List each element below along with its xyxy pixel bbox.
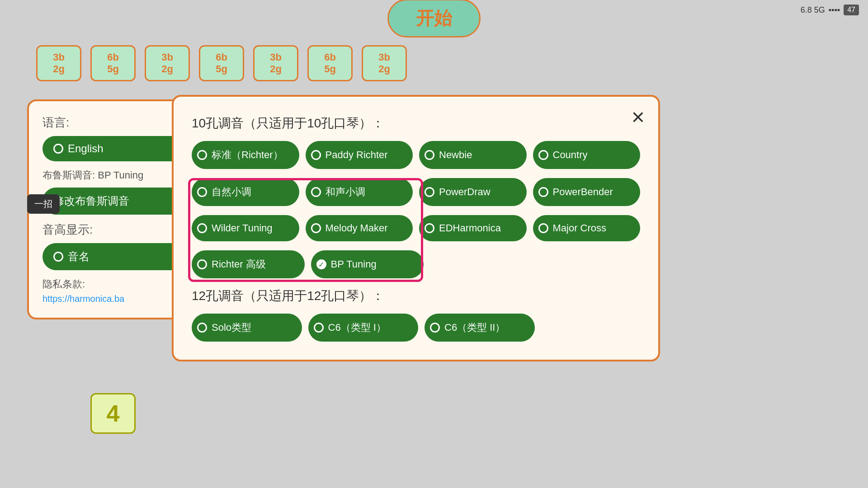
status-bar: 6.8 5G ▪▪▪▪ 47: [801, 5, 859, 15]
tuning-options-row1: 标准（Richter） Paddy Richter Newbie Country: [192, 141, 640, 169]
section1-title: 10孔调音（只适用于10孔口琴）：: [192, 115, 640, 132]
tuning-richter-advanced-button[interactable]: Richter 高级: [192, 250, 305, 278]
note-tile-6: 6b 5g: [307, 45, 353, 81]
note-tile-2: 6b 5g: [90, 45, 136, 81]
note-tile-5: 3b 2g: [253, 45, 298, 81]
radio-solo-icon: [197, 323, 207, 333]
tuning-harmonic-minor-label: 和声小调: [326, 185, 365, 199]
tuning-12-options: Solo类型 C6（类型 I） C6（类型 II）: [192, 314, 640, 342]
tuning-edharmonica-label: EDHarmonica: [439, 222, 501, 234]
language-label: 语言:: [42, 115, 193, 131]
tuning-options-row4: Richter 高级 ✓ BP Tuning: [192, 250, 640, 278]
modify-bp-tuning-button[interactable]: 修改布鲁斯调音: [42, 188, 193, 215]
radio-c6-type1-icon: [314, 323, 324, 333]
radio-harmonic-icon: [311, 187, 321, 197]
tuning-options-row3: Wilder Tuning Melody Maker EDHarmonica M…: [192, 215, 640, 241]
check-bp-icon: ✓: [316, 259, 326, 269]
radio-major-cross-icon: [538, 223, 548, 233]
radio-newbie-icon: [425, 150, 434, 160]
tuning-newbie-button[interactable]: Newbie: [419, 141, 527, 169]
note-tile-1: 3b 2g: [36, 45, 81, 81]
tuning-c6-type1-button[interactable]: C6（类型 I）: [308, 314, 419, 342]
section2-title: 12孔调音（只适用于12孔口琴）：: [192, 287, 640, 305]
tuning-powerbender-label: PowerBender: [553, 186, 613, 198]
tuning-c6-type1-label: C6（类型 I）: [328, 321, 386, 334]
tuning-richter-button[interactable]: 标准（Richter）: [192, 141, 299, 169]
privacy-label: 隐私条款:: [42, 277, 193, 291]
note-tile-7: 3b 2g: [362, 45, 407, 81]
radio-wilder-icon: [197, 223, 207, 233]
tuning-c6-type2-label: C6（类型 II）: [444, 321, 505, 334]
radio-natural-icon: [197, 187, 207, 197]
tuning-melody-maker-button[interactable]: Melody Maker: [306, 215, 413, 241]
main-dialog: × 10孔调音（只适用于10孔口琴）： 标准（Richter） Paddy Ri…: [172, 95, 660, 361]
radio-richter-icon: [197, 150, 207, 160]
radio-country-icon: [538, 150, 548, 160]
dark-tab-label: 一招: [27, 194, 60, 214]
radio-paddy-icon: [311, 150, 321, 160]
pitch-option-label: 音名: [68, 249, 90, 264]
privacy-link[interactable]: https://harmonica.ba: [42, 294, 193, 304]
tuning-solo-button[interactable]: Solo类型: [192, 314, 302, 342]
tuning-paddy-label: Paddy Richter: [326, 149, 388, 161]
tuning-newbie-label: Newbie: [439, 149, 472, 161]
tuning-major-cross-label: Major Cross: [553, 222, 607, 234]
tuning-natural-minor-label: 自然小调: [212, 185, 251, 199]
signal-bars-icon: ▪▪▪▪: [829, 5, 840, 15]
language-english-button[interactable]: English: [42, 136, 193, 161]
tuning-paddy-button[interactable]: Paddy Richter: [306, 141, 413, 169]
note-tile-4: 6b 5g: [199, 45, 244, 81]
tuning-edharmonica-button[interactable]: EDHarmonica: [419, 215, 527, 241]
tuning-wilder-button[interactable]: Wilder Tuning: [192, 215, 299, 241]
tuning-bp-tuning-button[interactable]: ✓ BP Tuning: [311, 250, 424, 278]
tuning-wilder-label: Wilder Tuning: [212, 222, 273, 234]
bp-tuning-label: 布鲁斯调音: BP Tuning: [42, 169, 193, 182]
radio-powerdraw-icon: [425, 187, 434, 197]
start-button[interactable]: 开始: [387, 0, 481, 38]
radio-powerbender-icon: [538, 187, 548, 197]
tuning-solo-label: Solo类型: [212, 321, 251, 334]
tuning-harmonic-minor-button[interactable]: 和声小调: [306, 178, 413, 206]
battery-icon: 47: [844, 5, 859, 15]
radio-c6-type2-icon: [430, 323, 440, 333]
tuning-country-button[interactable]: Country: [533, 141, 641, 169]
signal-text: 6.8 5G: [801, 5, 825, 15]
tuning-powerdraw-label: PowerDraw: [439, 186, 491, 198]
radio-pitch-icon: [53, 252, 63, 262]
tuning-options-row2: 自然小调 和声小调 PowerDraw PowerBender: [192, 178, 640, 206]
radio-english-icon: [53, 144, 63, 154]
tuning-major-cross-button[interactable]: Major Cross: [533, 215, 641, 241]
modify-bp-label: 修改布鲁斯调音: [53, 194, 129, 208]
tuning-melody-maker-label: Melody Maker: [326, 222, 388, 234]
tuning-c6-type2-button[interactable]: C6（类型 II）: [425, 314, 535, 342]
note-tiles-row: 3b 2g 6b 5g 3b 2g 6b 5g 3b 2g 6b 5g 3b 2…: [36, 45, 407, 81]
tuning-powerdraw-button[interactable]: PowerDraw: [419, 178, 527, 206]
note-tile-3: 3b 2g: [145, 45, 190, 81]
radio-melody-icon: [311, 223, 321, 233]
tuning-natural-minor-button[interactable]: 自然小调: [192, 178, 299, 206]
tuning-richter-advanced-label: Richter 高级: [212, 258, 266, 271]
tuning-richter-label: 标准（Richter）: [212, 148, 283, 162]
tuning-country-label: Country: [553, 149, 588, 161]
language-english-label: English: [68, 142, 104, 155]
close-button[interactable]: ×: [632, 106, 645, 128]
pitch-label: 音高显示:: [42, 222, 193, 238]
radio-edh-icon: [425, 223, 434, 233]
tuning-powerbender-button[interactable]: PowerBender: [533, 178, 641, 206]
radio-richter-adv-icon: [197, 259, 207, 269]
tuning-bp-tuning-label: BP Tuning: [331, 258, 377, 270]
pitch-option-button[interactable]: 音名: [42, 243, 193, 270]
number-box: 4: [90, 393, 136, 434]
